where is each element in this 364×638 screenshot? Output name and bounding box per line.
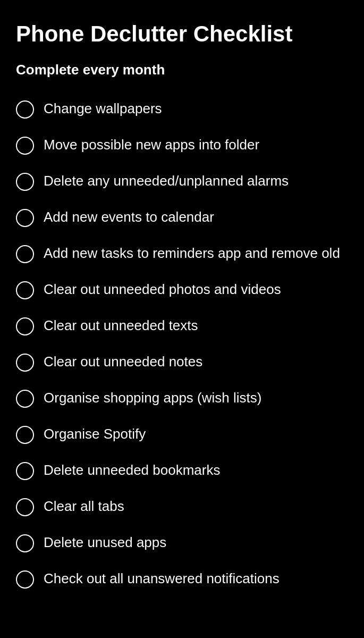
list-item: Clear out unneeded photos and videos: [16, 272, 348, 308]
item-text: Organise shopping apps (wish lists): [44, 389, 261, 407]
item-text: Clear out unneeded notes: [44, 352, 202, 371]
item-text: Organise Spotify: [44, 425, 146, 443]
section-label: Complete every month: [16, 62, 348, 78]
checkbox-circle[interactable]: [16, 209, 34, 227]
item-text: Add new tasks to reminders app and remov…: [44, 244, 340, 263]
list-item: Delete unused apps: [16, 525, 348, 561]
item-text: Clear out unneeded photos and videos: [44, 280, 281, 299]
list-item: Check out all unanswered notifications: [16, 561, 348, 597]
item-text: Add new events to calendar: [44, 208, 214, 226]
checkbox-circle[interactable]: [16, 137, 34, 155]
checkbox-circle[interactable]: [16, 570, 34, 589]
checkbox-circle[interactable]: [16, 354, 34, 372]
item-text: Move possible new apps into folder: [44, 136, 259, 154]
checklist: Change wallpapersMove possible new apps …: [16, 91, 348, 597]
checkbox-circle[interactable]: [16, 173, 34, 191]
checkbox-circle[interactable]: [16, 498, 34, 516]
checkbox-circle[interactable]: [16, 390, 34, 408]
list-item: Add new events to calendar: [16, 199, 348, 236]
list-item: Clear all tabs: [16, 489, 348, 525]
checkbox-circle[interactable]: [16, 100, 34, 119]
item-text: Clear out unneeded texts: [44, 316, 198, 335]
list-item: Move possible new apps into folder: [16, 127, 348, 163]
item-text: Delete any unneeded/unplanned alarms: [44, 172, 289, 190]
item-text: Clear all tabs: [44, 497, 124, 516]
page-title: Phone Declutter Checklist: [16, 21, 348, 47]
list-item: Change wallpapers: [16, 91, 348, 127]
checkbox-circle[interactable]: [16, 245, 34, 263]
list-item: Delete unneeded bookmarks: [16, 452, 348, 489]
checkbox-circle[interactable]: [16, 317, 34, 335]
item-text: Delete unneeded bookmarks: [44, 461, 220, 480]
checkbox-circle[interactable]: [16, 462, 34, 480]
list-item: Clear out unneeded notes: [16, 344, 348, 380]
checkbox-circle[interactable]: [16, 281, 34, 299]
checkbox-circle[interactable]: [16, 426, 34, 444]
list-item: Clear out unneeded texts: [16, 308, 348, 344]
list-item: Add new tasks to reminders app and remov…: [16, 236, 348, 272]
item-text: Delete unused apps: [44, 533, 166, 552]
list-item: Delete any unneeded/unplanned alarms: [16, 163, 348, 199]
list-item: Organise shopping apps (wish lists): [16, 380, 348, 416]
item-text: Change wallpapers: [44, 99, 162, 118]
checkbox-circle[interactable]: [16, 534, 34, 552]
list-item: Organise Spotify: [16, 416, 348, 452]
item-text: Check out all unanswered notifications: [44, 569, 280, 588]
